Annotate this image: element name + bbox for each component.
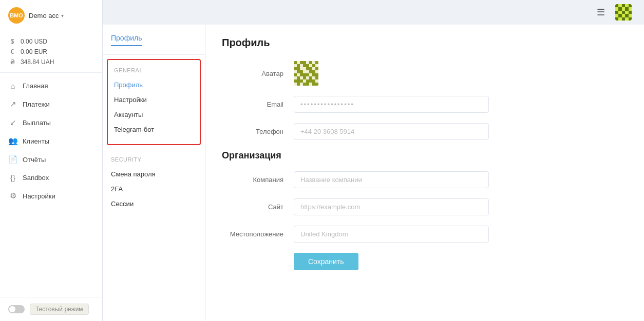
tab-profile[interactable]: Профиль — [111, 31, 142, 46]
page-title: Профиль — [222, 37, 628, 49]
payments-icon: ↗ — [8, 99, 17, 109]
user-avatar-top[interactable] — [615, 4, 632, 21]
subnav-item-accounts[interactable]: Аккаунты — [108, 107, 200, 122]
avatar-label: Аватар — [222, 70, 294, 77]
avatar-row: Аватар — [222, 61, 628, 86]
balance-usd: $ 0.00 USD — [8, 36, 94, 47]
company-row: Компания — [222, 171, 628, 188]
notifications-icon[interactable]: ☰ — [593, 4, 609, 21]
reports-icon: 📄 — [8, 155, 17, 164]
content-area: Профиль GENERAL Профиль Настройки Аккаун… — [103, 25, 644, 321]
subnav-item-settings[interactable]: Настройки — [108, 92, 200, 107]
location-field[interactable] — [294, 226, 489, 243]
avatar-container — [294, 61, 318, 86]
company-label: Компания — [222, 176, 294, 184]
save-button[interactable]: Сохранить — [294, 253, 358, 270]
sub-navigation: Профиль GENERAL Профиль Настройки Аккаун… — [103, 25, 205, 321]
save-row: Сохранить — [222, 253, 628, 270]
email-label: Email — [222, 101, 294, 108]
general-section: GENERAL Профиль Настройки Аккаунты Teleg… — [107, 59, 201, 145]
site-label: Сайт — [222, 203, 294, 211]
sidebar-item-payouts[interactable]: ↙ Выплаты — [0, 113, 102, 132]
main-area: ☰ Профиль GENERAL Профиль Настройки Акка… — [103, 0, 644, 321]
subnav-item-sessions[interactable]: Сессии — [103, 196, 205, 211]
test-mode-badge: Тестовый режим — [30, 304, 89, 315]
email-row: Email — [222, 96, 628, 113]
org-title: Организация — [222, 150, 628, 161]
test-mode-toggle[interactable] — [8, 305, 25, 313]
balance-section: $ 0.00 USD € 0.00 EUR ₴ 348.84 UAH — [0, 31, 102, 73]
site-field[interactable] — [294, 198, 489, 215]
test-mode-section: Тестовый режим — [0, 297, 102, 321]
sidebar-item-payments[interactable]: ↗ Платежи — [0, 95, 102, 113]
site-row: Сайт — [222, 198, 628, 215]
email-field[interactable] — [294, 96, 489, 113]
sidebar-item-settings[interactable]: ⚙ Настройки — [0, 187, 102, 205]
location-row: Местоположение — [222, 226, 628, 243]
account-selector[interactable]: Demo acc ▾ — [29, 12, 64, 19]
payouts-icon: ↙ — [8, 118, 17, 127]
subnav-item-profile[interactable]: Профиль — [108, 77, 200, 92]
avatar[interactable] — [294, 61, 318, 86]
phone-row: Телефон — [222, 123, 628, 140]
sidebar-item-reports[interactable]: 📄 Отчёты — [0, 150, 102, 169]
sandbox-icon: {} — [8, 173, 17, 182]
subnav-item-password[interactable]: Смена пароля — [103, 167, 205, 182]
security-section: SECURITY Смена пароля 2FA Сессии — [103, 149, 205, 218]
chevron-down-icon: ▾ — [61, 13, 64, 18]
home-icon: ⌂ — [8, 82, 17, 90]
general-section-title: GENERAL — [108, 67, 200, 77]
location-label: Местоположение — [222, 230, 294, 238]
subnav-item-2fa[interactable]: 2FA — [103, 182, 205, 196]
sidebar: BMO Demo acc ▾ $ 0.00 USD € 0.00 EUR ₴ 3… — [0, 0, 103, 321]
uah-icon: ₴ — [8, 58, 16, 66]
top-bar: ☰ — [103, 0, 644, 25]
sidebar-header: BMO Demo acc ▾ — [0, 0, 102, 31]
nav-section: ⌂ Главная ↗ Платежи ↙ Выплаты 👥 Клиенты … — [0, 73, 102, 297]
security-section-title: SECURITY — [103, 156, 205, 167]
phone-label: Телефон — [222, 128, 294, 135]
settings-icon: ⚙ — [8, 191, 17, 200]
balance-uah: ₴ 348.84 UAH — [8, 57, 94, 67]
balance-eur: € 0.00 EUR — [8, 47, 94, 57]
sidebar-item-clients[interactable]: 👥 Клиенты — [0, 132, 102, 150]
sidebar-item-sandbox[interactable]: {} Sandbox — [0, 169, 102, 187]
profile-tab: Профиль — [103, 31, 205, 55]
clients-icon: 👥 — [8, 136, 17, 146]
profile-panel: Профиль Аватар — [205, 25, 644, 321]
sidebar-item-home[interactable]: ⌂ Главная — [0, 77, 102, 95]
phone-field[interactable] — [294, 123, 489, 140]
company-field[interactable] — [294, 171, 489, 188]
usd-icon: $ — [8, 38, 16, 45]
subnav-item-telegram[interactable]: Telegram-бот — [108, 122, 200, 137]
eur-icon: € — [8, 48, 16, 55]
logo: BMO — [8, 7, 25, 24]
